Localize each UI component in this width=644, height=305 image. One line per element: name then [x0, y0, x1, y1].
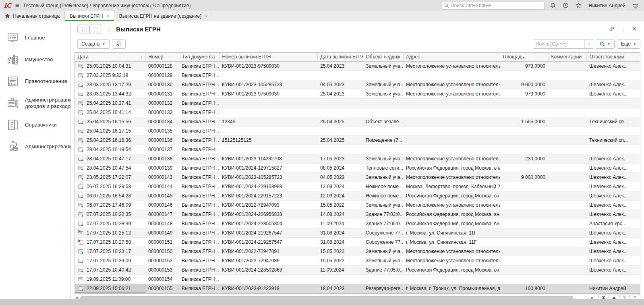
cell-area[interactable]: [500, 200, 548, 210]
table-row[interactable]: 22.09.2025 15:06:21 000000155 Выписка ЕГ…: [75, 284, 640, 293]
cell-extract-number[interactable]: КУВИ-001/2022-72947089: [219, 256, 317, 265]
cell-address[interactable]: [403, 117, 500, 126]
cell-comment[interactable]: [548, 200, 586, 210]
cell-object[interactable]: [363, 98, 403, 108]
cell-comment[interactable]: [548, 89, 586, 98]
cell-extract-number[interactable]: КУВИ-001/2022-72947093: [219, 200, 317, 210]
cell-address[interactable]: [403, 145, 500, 154]
cell-doc-type[interactable]: Выписка ЕГРН ...: [179, 247, 219, 256]
global-search-input[interactable]: [451, 3, 542, 8]
cell-comment[interactable]: [548, 210, 586, 219]
cell-address[interactable]: Москва, Лефортово, проезд. Кабельный 2-й…: [403, 182, 500, 191]
cell-extract-date[interactable]: 12.09.2024: [317, 182, 363, 191]
cell-extract-date[interactable]: 25.04.2025: [317, 117, 363, 126]
cell-doc-type[interactable]: Выписка ЕГРН ...: [179, 135, 219, 145]
cell-date[interactable]: 06.07.2025 17:46:09: [75, 200, 145, 210]
cell-area[interactable]: 100,8000: [500, 284, 548, 293]
sidebar-item-income-expense-admin[interactable]: Администрирование доходов и расходов: [0, 92, 70, 114]
cell-comment[interactable]: [548, 265, 586, 274]
cell-number[interactable]: 000000138: [145, 154, 179, 163]
sidebar-item-legal[interactable]: Правоотношения: [0, 71, 70, 92]
cell-doc-type[interactable]: Выписка ЕГРН ...: [179, 89, 219, 98]
cell-number[interactable]: 000000130: [145, 80, 179, 89]
cell-date[interactable]: 22.09.2025 15:06:21: [75, 284, 145, 293]
cell-object[interactable]: Нежилое поме...: [363, 191, 403, 200]
tab-vypiski-egrn[interactable]: Выписки ЕГРН ×: [65, 11, 114, 21]
table-row[interactable]: 17.07.2025 10:33:17 000000150 Выписка ЕГ…: [75, 247, 640, 256]
cell-address[interactable]: [403, 135, 500, 145]
cell-responsible[interactable]: Шевченко Алек...: [586, 61, 640, 71]
cell-extract-number[interactable]: КУВИ-001/2024-229158988: [219, 182, 317, 191]
cell-extract-number[interactable]: КУВИ-001/2022-72947091: [219, 247, 317, 256]
cell-object[interactable]: Земельный уча...: [363, 80, 403, 89]
cell-extract-date[interactable]: 12.09.2024: [317, 191, 363, 200]
cell-extract-number[interactable]: КУВИ-001/2024-206956838: [219, 210, 317, 219]
cell-doc-type[interactable]: Выписка ЕГРН ...: [179, 265, 219, 274]
cell-responsible[interactable]: Шевченко Алек...: [586, 256, 640, 265]
cell-extract-number[interactable]: 12345: [219, 117, 317, 126]
cell-responsible[interactable]: Шевченко Алек...: [586, 200, 640, 210]
cell-date[interactable]: 17.07.2025 10:40:42: [75, 265, 145, 274]
cell-area[interactable]: [500, 163, 548, 172]
list-search-box[interactable]: ×: [533, 39, 593, 49]
cell-area[interactable]: [500, 182, 548, 191]
cell-address[interactable]: [403, 108, 500, 117]
cell-responsible[interactable]: [586, 145, 640, 154]
cell-area[interactable]: 9 000,0000: [500, 80, 548, 89]
cell-date[interactable]: 25.04.2025 10:41:14: [75, 108, 145, 117]
cell-number[interactable]: 000000152: [145, 256, 179, 265]
cell-object[interactable]: Земельный уча...: [363, 247, 403, 256]
cell-extract-number[interactable]: КУВИ-001/2023-91223919: [219, 284, 317, 293]
cell-object[interactable]: [363, 145, 403, 154]
cell-area[interactable]: 973,0000: [500, 89, 548, 98]
cell-object[interactable]: [363, 126, 403, 135]
cell-doc-type[interactable]: Выписка ЕГРН ...: [179, 108, 219, 117]
cell-responsible[interactable]: Никитин Андрей: [586, 284, 640, 293]
cell-doc-type[interactable]: Выписка ЕГРН ...: [179, 61, 219, 71]
cell-extract-date[interactable]: 15.05.2022: [317, 247, 363, 256]
cell-object[interactable]: Здание 77:03:0...: [363, 210, 403, 219]
table-row[interactable]: 27.03.2025 9:22:18 000000129 Выписка ЕГР…: [75, 71, 640, 80]
table-row[interactable]: 25.04.2025 16:17:15 000000135 Выписка ЕГ…: [75, 126, 640, 135]
tools-settings-icon[interactable]: [631, 1, 640, 10]
cell-area[interactable]: [500, 135, 548, 145]
cell-number[interactable]: 000000129: [145, 71, 179, 80]
back-button[interactable]: ←: [77, 25, 90, 33]
cell-extract-number[interactable]: КУВИ-001/2023-105285723: [219, 172, 317, 182]
sidebar-item-administration[interactable]: Администрирование: [0, 136, 70, 158]
cell-object[interactable]: Тепловые сети...: [363, 163, 403, 172]
cell-date[interactable]: 06.07.2025 16:39:58: [75, 182, 145, 191]
cell-responsible[interactable]: Шевченко Алек...: [586, 237, 640, 247]
cell-number[interactable]: 000000154: [145, 274, 179, 284]
create-by-copy-button[interactable]: [112, 39, 126, 49]
cell-extract-date[interactable]: 04.05.2023: [317, 80, 363, 89]
cell-address[interactable]: Местоположение установлено относительно …: [403, 247, 500, 256]
tab-home[interactable]: Начальная страница: [0, 11, 65, 21]
cell-object[interactable]: Нежилое поме...: [363, 182, 403, 191]
cell-area[interactable]: [500, 247, 548, 256]
cell-doc-type[interactable]: Выписка ЕГРН ...: [179, 256, 219, 265]
cell-doc-type[interactable]: Выписка ЕГРН ...: [179, 191, 219, 200]
cell-number[interactable]: 000000155: [145, 284, 179, 293]
cell-extract-date[interactable]: [317, 71, 363, 80]
column-header-number[interactable]: Номер: [145, 53, 179, 61]
cell-responsible[interactable]: Технический сп...: [586, 135, 640, 145]
cell-address[interactable]: Российская Федерация, город Москва, в м.…: [403, 163, 500, 172]
cell-object[interactable]: Земельный уча...: [363, 172, 403, 182]
cell-number[interactable]: 000000153: [145, 265, 179, 274]
cell-comment[interactable]: [548, 135, 586, 145]
cell-date[interactable]: 28.03.2025 13:44:32: [75, 89, 145, 98]
cell-doc-type[interactable]: Выписка ЕГРН ...: [179, 117, 219, 126]
table-row[interactable]: 25.04.2025 16:18:36 000000136 Выписка ЕГ…: [75, 135, 640, 145]
cell-extract-date[interactable]: 25.04.2025: [317, 135, 363, 145]
cell-comment[interactable]: [548, 274, 586, 284]
column-header-extract-date[interactable]: Дата выписки ЕГРН: [317, 53, 363, 61]
cell-date[interactable]: 23.05.2025 17:22:07: [75, 172, 145, 182]
cell-extract-number[interactable]: КУВИ-001/2023-114262708: [219, 154, 317, 163]
table-row[interactable]: 25.04.2025 16:15:56 000000134 Выписка ЕГ…: [75, 117, 640, 126]
cell-extract-number[interactable]: [219, 145, 317, 154]
cell-extract-number[interactable]: 15125125125: [219, 135, 317, 145]
cell-doc-type[interactable]: Выписка ЕГРН ...: [179, 80, 219, 89]
cell-date[interactable]: 17.07.2025 10:25:12: [75, 228, 145, 237]
cell-object[interactable]: Земельный уча...: [363, 154, 403, 163]
